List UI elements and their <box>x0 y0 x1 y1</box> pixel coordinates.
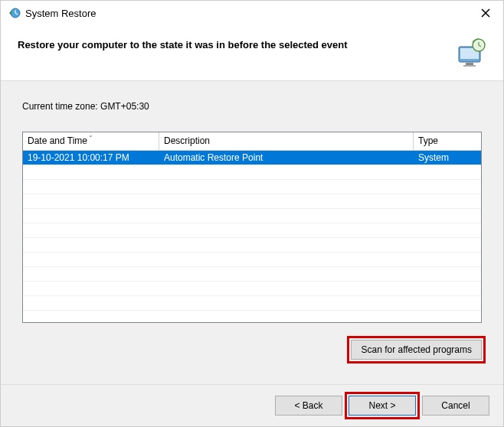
column-date[interactable]: Date and Time ⌄ <box>23 132 159 150</box>
timezone-label: Current time zone: GMT+05:30 <box>22 101 482 112</box>
table-row-empty <box>23 194 481 209</box>
table-row-empty <box>23 267 481 282</box>
svg-rect-3 <box>466 63 473 65</box>
next-button[interactable]: Next > <box>349 396 416 416</box>
table-row-empty <box>23 296 481 311</box>
scan-affected-button[interactable]: Scan for affected programs <box>351 340 482 360</box>
column-date-label: Date and Time <box>28 135 87 146</box>
table-row-empty <box>23 253 481 267</box>
restore-monitor-icon <box>456 37 488 68</box>
scan-row: Scan for affected programs <box>22 340 482 360</box>
back-button[interactable]: < Back <box>275 396 342 416</box>
titlebar: System Restore <box>1 1 503 25</box>
header-instruction: Restore your computer to the state it wa… <box>18 37 456 51</box>
window-title: System Restore <box>25 8 474 19</box>
svg-rect-4 <box>463 65 476 67</box>
table-row-empty <box>23 165 481 180</box>
cell-date: 19-10-2021 10:00:17 PM <box>23 151 159 165</box>
close-button[interactable] <box>474 5 497 21</box>
cancel-button[interactable]: Cancel <box>422 396 489 416</box>
content-area: Current time zone: GMT+05:30 Date and Ti… <box>1 81 503 384</box>
table-row-empty <box>23 180 481 194</box>
header: Restore your computer to the state it wa… <box>1 25 503 81</box>
column-type[interactable]: Type <box>414 132 481 150</box>
system-restore-window: System Restore Restore your computer to … <box>0 0 504 427</box>
table-row-empty <box>23 223 481 238</box>
cell-type: System <box>414 151 481 165</box>
table-row-empty <box>23 282 481 296</box>
table-body: 19-10-2021 10:00:17 PM Automatic Restore… <box>23 151 481 322</box>
column-desc-label: Description <box>164 135 210 146</box>
table-header: Date and Time ⌄ Description Type <box>23 132 481 151</box>
column-type-label: Type <box>418 135 438 146</box>
sort-indicator-icon: ⌄ <box>88 132 93 139</box>
system-restore-icon <box>7 6 21 20</box>
restore-points-table: Date and Time ⌄ Description Type 19-10-2… <box>22 132 482 323</box>
footer: < Back Next > Cancel <box>1 384 503 426</box>
table-row-empty <box>23 209 481 223</box>
cell-desc: Automatic Restore Point <box>159 151 414 165</box>
table-row[interactable]: 19-10-2021 10:00:17 PM Automatic Restore… <box>23 151 481 165</box>
table-row-empty <box>23 238 481 253</box>
column-description[interactable]: Description <box>159 132 414 150</box>
